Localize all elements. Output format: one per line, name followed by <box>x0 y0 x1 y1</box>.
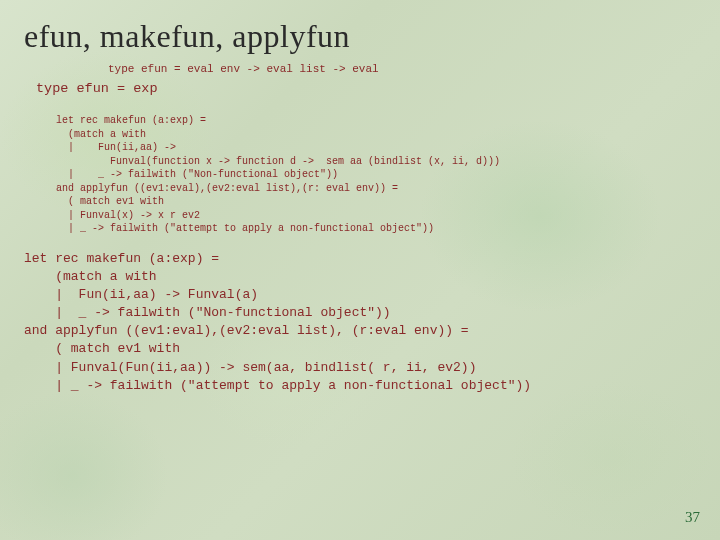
type-signature-old: type efun = eval env -> eval list -> eva… <box>0 61 720 75</box>
code-block-revised: let rec makefun (a:exp) = (match a with … <box>0 236 720 396</box>
page-number: 37 <box>685 509 700 526</box>
type-signature-new: type efun = exp <box>0 75 720 96</box>
code-block-original: let rec makefun (a:exp) = (match a with … <box>0 96 720 236</box>
slide-title: efun, makefun, applyfun <box>0 0 720 61</box>
